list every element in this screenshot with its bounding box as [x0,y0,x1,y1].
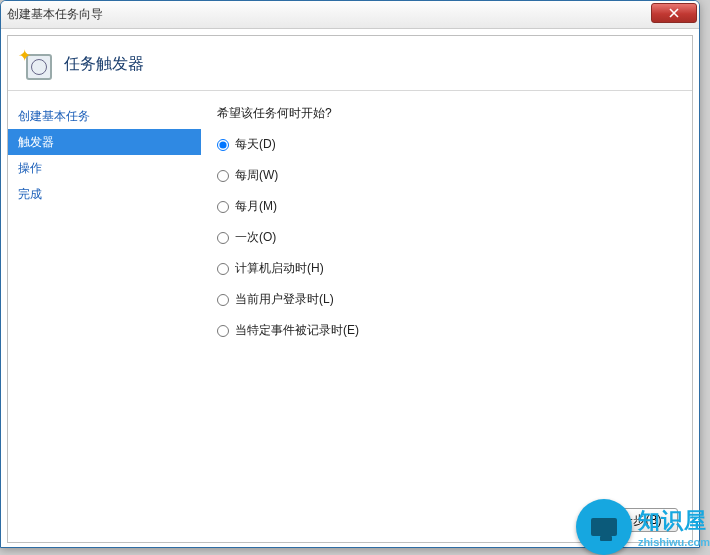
content-frame: ✦ 任务触发器 创建基本任务 触发器 操作 完成 希望该任务何时开始? 每天(D… [7,35,693,543]
sidebar-item-finish[interactable]: 完成 [8,181,201,207]
window-title: 创建基本任务向导 [7,6,103,23]
watermark-logo-icon [576,499,632,555]
radio-event[interactable] [217,325,229,337]
option-monthly[interactable]: 每月(M) [217,198,676,215]
wizard-header: ✦ 任务触发器 [8,36,692,91]
watermark-url: zhishiwu.com [638,536,710,548]
main-panel: 希望该任务何时开始? 每天(D) 每周(W) 每月(M) 一次(O) [201,91,692,538]
label-weekly: 每周(W) [235,167,278,184]
sidebar-item-trigger[interactable]: 触发器 [8,129,201,155]
label-logon: 当前用户登录时(L) [235,291,334,308]
wizard-window: 创建基本任务向导 ✦ 任务触发器 创建基本任务 触发器 操作 完成 希望该任务何… [0,0,700,548]
option-daily[interactable]: 每天(D) [217,136,676,153]
radio-monthly[interactable] [217,201,229,213]
task-scheduler-icon: ✦ [20,48,52,80]
wizard-body: 创建基本任务 触发器 操作 完成 希望该任务何时开始? 每天(D) 每周(W) … [8,91,692,538]
watermark: 知识屋 zhishiwu.com [576,499,710,555]
sidebar-item-action[interactable]: 操作 [8,155,201,181]
radio-once[interactable] [217,232,229,244]
label-once: 一次(O) [235,229,276,246]
option-once[interactable]: 一次(O) [217,229,676,246]
close-icon [669,8,679,18]
option-logon[interactable]: 当前用户登录时(L) [217,291,676,308]
option-event[interactable]: 当特定事件被记录时(E) [217,322,676,339]
radio-daily[interactable] [217,139,229,151]
radio-startup[interactable] [217,263,229,275]
label-daily: 每天(D) [235,136,276,153]
trigger-question: 希望该任务何时开始? [217,105,676,122]
titlebar: 创建基本任务向导 [1,1,699,29]
radio-weekly[interactable] [217,170,229,182]
page-title: 任务触发器 [64,54,144,75]
sidebar-item-create[interactable]: 创建基本任务 [8,103,201,129]
close-button[interactable] [651,3,697,23]
label-event: 当特定事件被记录时(E) [235,322,359,339]
label-startup: 计算机启动时(H) [235,260,324,277]
watermark-title: 知识屋 [638,506,710,536]
watermark-text-block: 知识屋 zhishiwu.com [638,506,710,548]
option-startup[interactable]: 计算机启动时(H) [217,260,676,277]
step-sidebar: 创建基本任务 触发器 操作 完成 [8,91,201,538]
radio-logon[interactable] [217,294,229,306]
option-weekly[interactable]: 每周(W) [217,167,676,184]
label-monthly: 每月(M) [235,198,277,215]
